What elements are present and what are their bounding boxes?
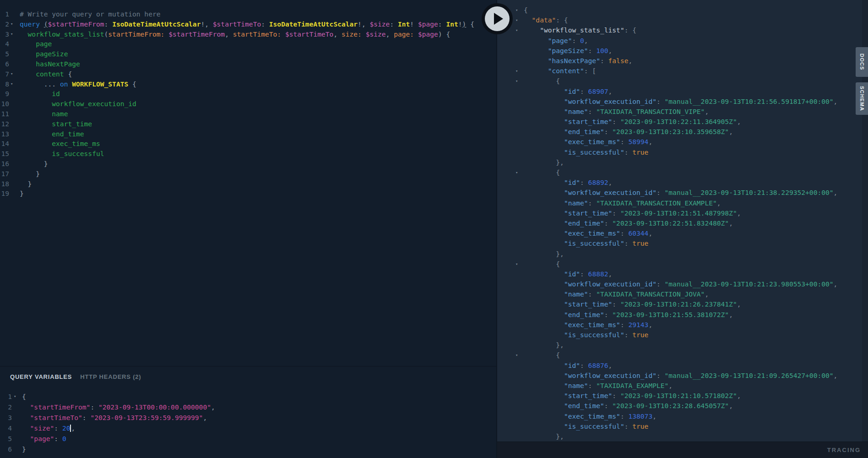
query-variables-editor[interactable]: 1▾{2 "startTimeFrom": "2023-09-13T00:00:… [0, 387, 497, 458]
token-rpunct: : { [624, 26, 636, 34]
token-rstr: "manual__2023-09-13T10:21:23.980553+00:0… [665, 280, 834, 288]
tab-schema[interactable]: SCHEMA [856, 82, 868, 115]
line-number: 17 [0, 169, 9, 179]
token-rpunct: : [620, 412, 629, 420]
response-row: ▾ { [497, 167, 868, 178]
token-punct [20, 40, 36, 48]
token-punct [20, 30, 28, 38]
fold-arrow-icon[interactable]: ▾ [11, 29, 13, 39]
token-vkey: "2023-09-13T00:00:00.000000" [98, 403, 211, 411]
line-number: 1 [0, 9, 9, 19]
response-row: "end_time": "2023-09-13T10:21:55.381072Z… [497, 310, 868, 320]
response-row: ▾{ [497, 5, 868, 15]
token-rkey: "pageSize" [548, 47, 588, 54]
token-variable: $startTimeTo [285, 30, 333, 38]
fold-arrow-icon[interactable]: ▾ [11, 19, 13, 29]
token-rpunct: { [524, 168, 560, 176]
response-row: ▾ "workflow_stats_list": { [497, 25, 868, 35]
token-rpunct: : [656, 97, 665, 105]
code-line: 6 hasNextPage [0, 59, 497, 69]
fold-arrow-icon[interactable]: ▾ [515, 350, 518, 360]
code-line: 17 } [0, 169, 497, 179]
tab-http-headers[interactable]: HTTP HEADERS (2) [80, 373, 141, 380]
token-rpunct [524, 270, 564, 278]
response-viewer[interactable]: ▾{▾ "data": {▾ "workflow_stats_list": { … [497, 0, 868, 442]
token-rkey: "exec_time_ms" [564, 229, 620, 237]
token-rbool: false [608, 57, 629, 65]
token-rkey: "name" [564, 108, 588, 115]
token-variable: $startTimeFrom [48, 20, 104, 28]
fold-arrow-icon[interactable]: ▾ [11, 79, 13, 89]
token-rpunct: : [612, 392, 620, 399]
token-type: IsoDateTimeAtUtcScalar [112, 20, 201, 28]
token-rpunct: }, [524, 432, 564, 440]
code-line: 18 } [0, 179, 497, 189]
token-rpunct: , [729, 219, 733, 227]
token-field: workflow_execution_id [52, 100, 136, 108]
fold-arrow-icon[interactable]: ▾ [515, 259, 518, 269]
token-rpunct: , [737, 300, 741, 308]
token-vnum: 20 [62, 424, 71, 432]
query-editor[interactable]: 1# Write your query or mutation here2▾qu… [0, 0, 497, 366]
token-rnum: 68882 [588, 270, 608, 278]
play-icon [485, 6, 510, 31]
tab-docs[interactable]: DOCS [856, 47, 868, 77]
token-rpunct: : [656, 280, 665, 288]
token-rpunct: }, [524, 341, 564, 349]
token-rpunct [524, 148, 564, 156]
line-number: 13 [0, 129, 9, 139]
token-vpunct: : [54, 424, 62, 432]
token-rpunct: , [729, 402, 733, 410]
token-rpunct [524, 118, 564, 125]
token-rkey: "start_time" [564, 300, 612, 308]
token-rnum: 58994 [628, 138, 648, 145]
token-punct [20, 150, 52, 157]
token-rpunct: { [524, 6, 528, 14]
execute-query-button[interactable] [482, 3, 513, 34]
token-punct [20, 100, 52, 108]
token-rbool: true [632, 422, 648, 430]
fold-arrow-icon[interactable]: ▾ [515, 15, 518, 25]
token-punct [414, 30, 418, 38]
token-rpunct: : [600, 57, 608, 65]
code-line: 4 page [0, 39, 497, 49]
tab-query-variables[interactable]: QUERY VARIABLES [10, 373, 72, 380]
token-rpunct: , [729, 128, 733, 135]
token-rpunct: , [717, 199, 721, 207]
token-rpunct [524, 311, 564, 318]
token-rpunct: , [608, 270, 613, 278]
fold-arrow-icon[interactable]: ▾ [515, 66, 518, 76]
token-argument: size: [342, 30, 362, 38]
fold-arrow-icon[interactable]: ▾ [14, 391, 16, 402]
token-rpunct: , [737, 392, 741, 399]
tracing-toggle[interactable]: TRACING [827, 447, 861, 453]
token-rpunct: , [729, 311, 733, 318]
token-rpunct [524, 402, 564, 410]
token-rpunct: : [580, 178, 588, 186]
token-rpunct [524, 412, 564, 420]
token-punct: , [333, 30, 342, 38]
token-rkey: "id" [564, 87, 580, 95]
token-rpunct: : [588, 382, 597, 389]
token-rpunct: : [624, 239, 633, 247]
token-punct: , [386, 30, 394, 38]
token-rpunct: : [588, 290, 597, 298]
fold-arrow-icon[interactable]: ▾ [11, 69, 13, 79]
token-punct [20, 110, 52, 118]
fold-arrow-icon[interactable]: ▾ [515, 5, 518, 15]
response-row: "name": "TAXIDATA_TRANSACTION_EXAMPLE", [497, 198, 868, 208]
token-punct [20, 120, 52, 128]
fold-arrow-icon[interactable]: ▾ [515, 76, 518, 86]
token-vnum: 0 [62, 435, 66, 442]
fold-arrow-icon[interactable]: ▾ [515, 167, 518, 178]
token-rpunct: , [628, 57, 632, 65]
fold-arrow-icon[interactable]: ▾ [515, 25, 518, 35]
token-rpunct: , [584, 37, 588, 44]
response-row: "end_time": "2023-09-13T10:23:10.359658Z… [497, 127, 868, 137]
token-punct [40, 20, 44, 28]
token-rkey: "end_time" [564, 311, 604, 318]
token-vpunct: , [211, 403, 215, 411]
response-row: "exec_time_ms": 58994, [497, 137, 868, 147]
token-type: Int [446, 20, 458, 28]
code-line: 3▾ workflow_stats_list(startTimeFrom: $s… [0, 29, 497, 39]
